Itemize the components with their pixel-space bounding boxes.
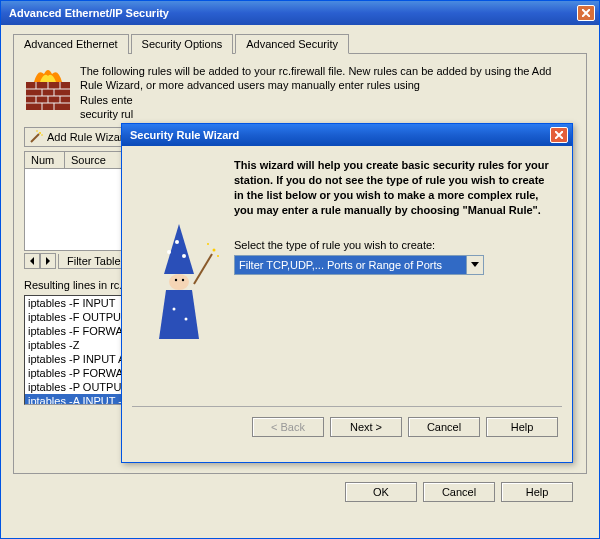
svg-point-25 [185,318,188,321]
tab-bar: Advanced Ethernet Security Options Advan… [13,33,587,54]
svg-line-26 [194,254,212,284]
scroll-left-button[interactable] [24,253,40,269]
svg-point-15 [39,132,41,134]
wizard-help-button[interactable]: Help [486,417,558,437]
tab-advanced-security[interactable]: Advanced Security [235,34,349,54]
wizard-icon [134,158,224,400]
svg-point-21 [169,274,189,290]
help-button[interactable]: Help [501,482,573,502]
close-icon [582,9,590,17]
svg-point-18 [167,250,171,254]
wizard-button-row: < Back Next > Cancel Help [122,407,572,447]
intro-text: The following rules will be added to you… [80,64,576,121]
wizard-titlebar: Security Rule Wizard [122,124,572,146]
back-button: < Back [252,417,324,437]
wizard-text: This wizard will help you create basic s… [234,158,556,400]
main-close-button[interactable] [577,5,595,21]
intro-line2: Rules ente [80,94,133,106]
chevron-left-icon [29,257,35,265]
svg-point-19 [182,254,186,258]
svg-point-28 [207,243,209,245]
main-title: Advanced Ethernet/IP Security [5,7,577,19]
next-button[interactable]: Next > [330,417,402,437]
main-titlebar: Advanced Ethernet/IP Security [1,1,599,25]
wizard-description: This wizard will help you create basic s… [234,158,556,217]
close-icon [555,131,563,139]
dropdown-value: Filter TCP,UDP,... Ports or Range of Por… [239,259,442,271]
svg-point-27 [213,249,216,252]
tab-security-options[interactable]: Security Options [131,34,234,54]
svg-point-16 [36,130,38,132]
wand-icon [29,130,43,144]
ok-button[interactable]: OK [345,482,417,502]
svg-point-22 [175,279,177,281]
wizard-cancel-button[interactable]: Cancel [408,417,480,437]
wizard-body: This wizard will help you create basic s… [122,146,572,406]
main-button-row: OK Cancel Help [13,474,587,510]
wizard-close-button[interactable] [550,127,568,143]
rule-type-dropdown[interactable]: Filter TCP,UDP,... Ports or Range of Por… [234,255,484,275]
main-window: Advanced Ethernet/IP Security Advanced E… [0,0,600,539]
svg-point-24 [173,308,176,311]
cancel-button[interactable]: Cancel [423,482,495,502]
firewall-icon [24,64,72,112]
scroll-right-button[interactable] [40,253,56,269]
intro-line: The following rules will be added to you… [80,65,551,91]
wizard-title: Security Rule Wizard [126,129,550,141]
security-rule-wizard-dialog: Security Rule Wizard This wizard will he… [121,123,573,463]
wizard-select-label: Select the type of rule you wish to crea… [234,239,556,251]
svg-point-17 [41,134,43,136]
intro-row: The following rules will be added to you… [24,64,576,121]
tab-advanced-ethernet[interactable]: Advanced Ethernet [13,34,129,54]
dropdown-arrow[interactable] [466,256,483,274]
chevron-down-icon [471,262,479,268]
filter-table-tab[interactable]: Filter Table [58,254,130,269]
intro-line3: security rul [80,108,133,120]
chevron-right-icon [45,257,51,265]
col-num[interactable]: Num [25,152,65,168]
svg-line-14 [31,134,39,142]
svg-point-20 [175,240,179,244]
svg-point-29 [217,255,219,257]
svg-point-23 [182,279,184,281]
